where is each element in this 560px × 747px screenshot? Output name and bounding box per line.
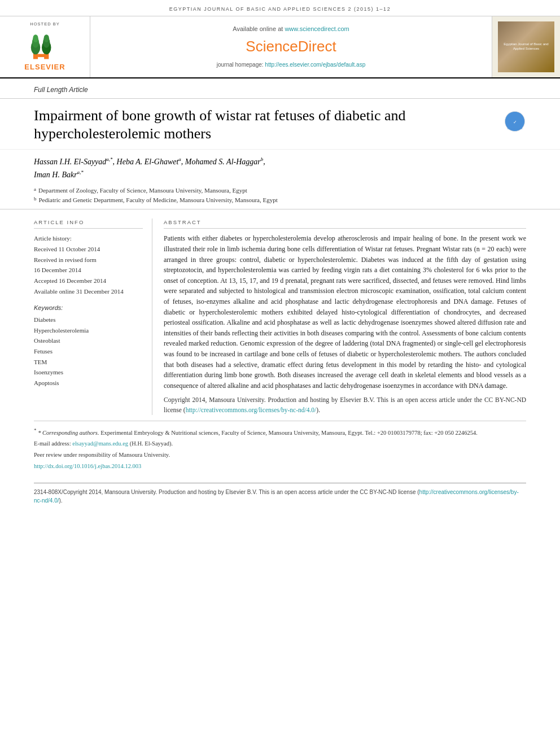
keywords-title: Keywords: [34, 304, 143, 312]
svg-text:✓: ✓ [513, 120, 517, 125]
keyword-hypercholesterolemia: Hypercholesterolemia [34, 325, 143, 336]
sciencedirect-logo: ScienceDirect [246, 36, 336, 56]
affil-b-text: Pediatric and Genetic Department, Facult… [39, 195, 278, 205]
copyright-url[interactable]: http://creativecommons.org/licenses/by-n… [186, 407, 317, 413]
affiliations: a Department of Zoology, Faculty of Scie… [34, 186, 526, 204]
abstract-paragraph-1: Patients with either diabetes or hyperch… [164, 233, 526, 391]
authors-line: Hassan I.H. El-Sayyada,*, Heba A. El-Gha… [34, 155, 526, 181]
received-date: Received 11 October 2014 [34, 244, 143, 255]
email-label: E-mail address: [34, 440, 72, 447]
author-3: Mohamed S. Al-Haggar [185, 158, 261, 166]
bottom-copyright-end: ). [59, 497, 62, 504]
journal-homepage-url[interactable]: http://ees.elsevier.com/ejbas/default.as… [265, 62, 365, 68]
two-col-layout: Article Info Article history: Received 1… [0, 209, 560, 421]
bottom-copyright-text: 2314-808X/Copyright 2014, Mansoura Unive… [34, 488, 526, 505]
svg-point-7 [43, 34, 49, 42]
article-info-heading: Article Info [34, 219, 143, 229]
thumbnail-text: Egyptian Journal of Basic and Applied Sc… [500, 42, 552, 51]
svg-text:CrossMark: CrossMark [507, 126, 522, 130]
title-section: Impairment of bone growth of wistar rat … [0, 99, 560, 150]
bottom-copyright-prefix: 2314-808X/Copyright 2014, Mansoura Unive… [34, 489, 419, 495]
author-1: Hassan I.H. El-Sayyad [34, 158, 106, 166]
email-note-text: (H.H. El-Sayyad). [128, 440, 173, 447]
journal-thumbnail-section: Egyptian Journal of Basic and Applied Sc… [492, 16, 560, 77]
svg-point-3 [33, 34, 38, 42]
copyright-text: Copyright 2014, Mansoura University. Pro… [164, 395, 526, 415]
abstract-text: Patients with either diabetes or hyperch… [164, 233, 526, 391]
keyword-tem: TEM [34, 357, 143, 368]
header-center: Available online at www.sciencedirect.co… [90, 16, 492, 77]
sciencedirect-url[interactable]: www.sciencedirect.com [285, 25, 349, 32]
author-4-sup: a,* [77, 169, 84, 175]
accepted-date: Accepted 16 December 2014 [34, 276, 143, 286]
article-type-label: Full Length Article [34, 85, 526, 98]
publisher-logo-section: Hosted by ELSEVIER [0, 16, 90, 77]
header-logos: Hosted by ELSEVIER Available online at w… [0, 16, 560, 78]
right-column: Abstract Patients with either diabetes o… [164, 219, 526, 415]
journal-title-bar: Egyptian Journal of Basic and Applied Sc… [169, 6, 391, 12]
email-link[interactable]: elsayyad@mans.edu.eg [72, 440, 128, 447]
affiliation-a: a Department of Zoology, Faculty of Scie… [34, 186, 526, 195]
corresponding-label: * Corresponding authors. [38, 429, 99, 435]
keyword-fetuses: Fetuses [34, 346, 143, 357]
journal-thumbnail: Egyptian Journal of Basic and Applied Sc… [498, 21, 554, 72]
abstract-heading: Abstract [164, 219, 526, 229]
corresponding-author-note: * * Corresponding authors. Experimental … [34, 427, 526, 437]
keywords-section: Keywords: Diabetes Hypercholesterolemia … [34, 304, 143, 388]
author-3-sup: b [261, 156, 264, 162]
elsevier-logo: ELSEVIER [24, 30, 65, 72]
corresponding-text: Experimental Embryology & Nutritional sc… [100, 429, 478, 435]
available-online-text: Available online at www.sciencedirect.co… [233, 25, 349, 33]
author-2-sup: a [178, 156, 181, 162]
keyword-diabetes: Diabetes [34, 314, 143, 325]
article-type-section: Full Length Article [0, 78, 560, 99]
doi-url[interactable]: http://dx.doi.org/10.1016/j.ejbas.2014.1… [34, 463, 141, 469]
author-2: Heba A. El-Ghawet [117, 158, 179, 166]
article-title: Impairment of bone growth of wistar rat … [34, 107, 504, 143]
left-column: Article Info Article history: Received 1… [34, 219, 152, 415]
peer-review-note: Peer review under responsibility of Mans… [34, 451, 526, 460]
keyword-osteoblast: Osteoblast [34, 335, 143, 346]
journal-homepage: journal homepage: http://ees.elsevier.co… [217, 61, 366, 69]
article-history: Article history: Received 11 October 201… [34, 233, 143, 296]
affil-a-text: Department of Zoology, Faculty of Scienc… [38, 186, 247, 195]
author-1-sup: a,* [106, 156, 112, 162]
keyword-apoptosis: Apoptosis [34, 378, 143, 388]
bottom-bar: 2314-808X/Copyright 2014, Mansoura Unive… [34, 483, 526, 510]
author-4: Iman H. Bakr [34, 171, 77, 179]
hosted-by-label: Hosted by [30, 21, 59, 28]
copyright-end: ). [316, 407, 320, 413]
svg-rect-8 [38, 54, 46, 57]
revised-date: 16 December 2014 [34, 265, 143, 276]
elsevier-text: ELSEVIER [24, 62, 65, 72]
doi-link: http://dx.doi.org/10.1016/j.ejbas.2014.1… [34, 462, 526, 471]
elsevier-tree-icon [29, 30, 60, 61]
history-label: Article history: [34, 233, 143, 244]
crossmark-icon[interactable]: ✓ CrossMark [504, 110, 526, 133]
keyword-isoenzymes: Isoenzymes [34, 367, 143, 378]
available-online: Available online 31 December 2014 [34, 286, 143, 297]
revised-label: Received in revised form [34, 255, 143, 265]
affiliation-b: b Pediatric and Genetic Department, Facu… [34, 195, 526, 205]
footer-section: * * Corresponding authors. Experimental … [34, 421, 526, 479]
journal-top-bar: Egyptian Journal of Basic and Applied Sc… [0, 0, 560, 16]
authors-section: Hassan I.H. El-Sayyada,*, Heba A. El-Gha… [0, 150, 560, 209]
email-note: E-mail address: elsayyad@mans.edu.eg (H.… [34, 439, 526, 448]
